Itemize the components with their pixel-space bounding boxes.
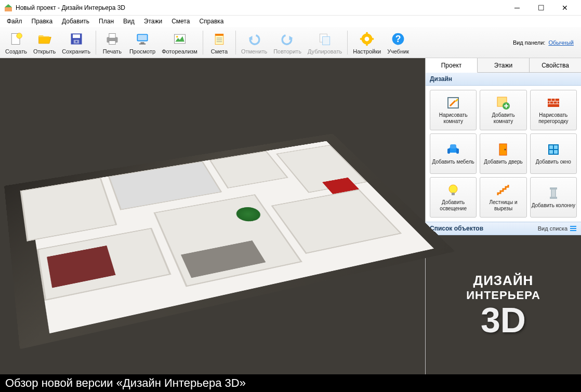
svg-rect-10 — [109, 33, 115, 38]
column-icon — [546, 186, 561, 200]
undo-label: Отменить — [241, 48, 267, 55]
save-button[interactable]: Сохранить — [59, 28, 94, 57]
svg-rect-59 — [551, 189, 556, 197]
svg-rect-14 — [141, 42, 144, 44]
draw-room-icon — [446, 96, 460, 110]
bottom-caption: Обзор новой версии «Дизайн Интерьера 3D» — [0, 374, 581, 392]
brick-wall-icon — [546, 96, 561, 110]
folder-open-icon — [36, 31, 53, 47]
add-column-button[interactable]: Добавить колонну — [530, 177, 577, 218]
printer-icon — [104, 31, 121, 47]
stairs-button[interactable]: Лестницы и вырезы — [480, 177, 526, 218]
3d-viewport[interactable] — [0, 58, 425, 374]
menu-file[interactable]: Файл — [2, 16, 27, 26]
add-window-label: Добавить окно — [536, 159, 571, 165]
menu-view[interactable]: Вид — [118, 16, 139, 26]
window-title: Новый проект - Дизайн Интерьера 3D — [16, 4, 125, 11]
logo-line-3: 3D — [466, 302, 540, 337]
open-button[interactable]: Открыть — [30, 28, 59, 57]
svg-rect-30 — [366, 32, 368, 34]
object-list-header: Список объектов Вид списка — [426, 222, 581, 235]
panel-view-label: Вид панели: — [513, 39, 545, 46]
menubar: Файл Правка Добавить План Вид Этажи Смет… — [0, 16, 581, 27]
list-view-icon — [570, 225, 577, 232]
create-button[interactable]: Создать — [2, 28, 30, 57]
duplicate-button[interactable]: Дублировать — [305, 28, 345, 57]
draw-partition-button[interactable]: Нарисовать перегородку — [530, 90, 577, 130]
menu-estimate[interactable]: Смета — [167, 16, 194, 26]
object-list-body: ДИЗАЙН ИНТЕРЬЕРА 3D — [426, 235, 581, 374]
add-window-button[interactable]: Добавить окно — [530, 133, 577, 174]
tutorial-label: Учебник — [387, 48, 409, 55]
svg-rect-49 — [450, 144, 456, 148]
tab-project[interactable]: Проект — [426, 58, 478, 73]
svg-rect-60 — [550, 187, 557, 190]
svg-rect-58 — [452, 193, 455, 195]
design-section-header: Дизайн — [426, 73, 581, 86]
add-furniture-label: Добавить мебель — [432, 159, 474, 165]
menu-add[interactable]: Добавить — [57, 16, 94, 26]
photo-icon — [171, 31, 188, 47]
svg-point-29 — [365, 36, 369, 41]
svg-rect-50 — [447, 148, 450, 154]
menu-help[interactable]: Справка — [194, 16, 228, 26]
print-button[interactable]: Печать — [98, 28, 126, 57]
open-label: Открыть — [33, 48, 56, 55]
undo-button[interactable]: Отменить — [238, 28, 270, 57]
panel-tabs: Проект Этажи Свойства — [426, 58, 581, 73]
svg-point-57 — [449, 185, 457, 193]
side-panel: Проект Этажи Свойства Дизайн Нарисовать … — [425, 58, 581, 374]
draw-room-label: Нарисовать комнату — [431, 112, 475, 125]
minimize-button[interactable]: ─ — [505, 0, 529, 16]
new-file-icon — [8, 31, 24, 47]
preview-button[interactable]: Просмотр — [126, 28, 159, 57]
tab-floors[interactable]: Этажи — [478, 58, 530, 72]
gear-icon — [359, 31, 375, 47]
svg-rect-31 — [366, 43, 368, 45]
panel-view-selector: Вид панели: Обычный — [513, 39, 579, 46]
settings-label: Настройки — [353, 48, 381, 55]
undo-icon — [246, 31, 262, 47]
settings-button[interactable]: Настройки — [350, 28, 384, 57]
door-icon — [496, 142, 510, 157]
svg-rect-64 — [570, 230, 576, 231]
toolbar: Создать Открыть Сохранить Печать Просмот… — [0, 27, 581, 58]
add-room-button[interactable]: Добавить комнату — [480, 90, 526, 130]
maximize-button[interactable]: ☐ — [529, 0, 553, 16]
object-list-title: Список объектов — [430, 225, 483, 232]
menu-plan[interactable]: План — [94, 16, 118, 26]
svg-rect-13 — [138, 35, 147, 40]
estimate-button[interactable]: Смета — [205, 28, 233, 57]
stairs-label: Лестницы и вырезы — [481, 199, 525, 212]
toolbar-separator — [235, 31, 236, 55]
design-tools-grid: Нарисовать комнату Добавить комнату Нари… — [426, 86, 581, 222]
svg-rect-27 — [323, 36, 330, 45]
panel-view-link[interactable]: Обычный — [548, 39, 574, 46]
menu-floors[interactable]: Этажи — [139, 16, 167, 26]
svg-marker-1 — [5, 4, 12, 7]
monitor-icon — [134, 31, 151, 47]
armchair-icon — [446, 142, 460, 157]
add-lighting-label: Добавить освещение — [431, 199, 475, 212]
redo-button[interactable]: Повторить — [270, 28, 305, 57]
tutorial-button[interactable]: ? Учебник — [384, 28, 412, 57]
floppy-disk-icon — [68, 31, 85, 47]
menu-edit[interactable]: Правка — [27, 16, 58, 26]
lightbulb-icon — [446, 183, 460, 197]
preview-label: Просмотр — [129, 48, 155, 55]
tab-properties[interactable]: Свойства — [530, 58, 581, 72]
draw-room-button[interactable]: Нарисовать комнату — [430, 90, 477, 130]
add-lighting-button[interactable]: Добавить освещение — [430, 177, 477, 218]
view-list-control[interactable]: Вид списка — [538, 225, 577, 232]
floorplan-3d-mock — [4, 133, 455, 349]
close-button[interactable]: ✕ — [553, 0, 577, 16]
svg-rect-33 — [371, 38, 374, 40]
photorealism-label: Фотореализм — [162, 48, 197, 55]
add-door-button[interactable]: Добавить дверь — [480, 133, 526, 174]
add-furniture-button[interactable]: Добавить мебель — [430, 133, 477, 174]
redo-icon — [279, 31, 296, 47]
toolbar-separator — [347, 31, 348, 55]
logo-line-1: ДИЗАЙН — [466, 273, 540, 289]
photorealism-button[interactable]: Фотореализм — [159, 28, 201, 57]
window-controls: ─ ☐ ✕ — [505, 0, 577, 16]
